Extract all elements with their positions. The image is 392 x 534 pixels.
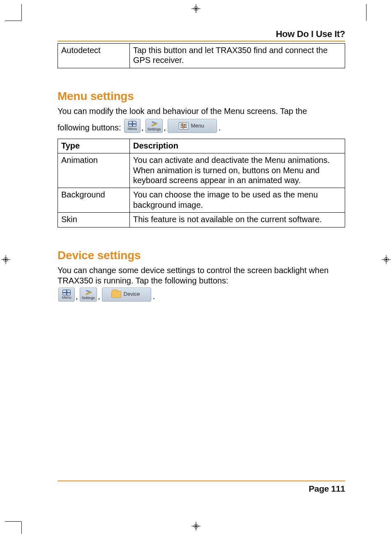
button-sequence: Menu , Settings , Menu . bbox=[123, 119, 221, 133]
device-wide-button[interactable]: Device bbox=[102, 288, 151, 302]
menu-grid-icon bbox=[62, 290, 71, 295]
device-settings-intro: You can change some device settings to c… bbox=[58, 265, 345, 286]
autodetect-table: Autodetect Tap this button and let TRAX3… bbox=[58, 43, 345, 68]
cell-desc: You can activate and deactivate the Menu… bbox=[130, 153, 345, 188]
cell-desc: Tap this button and let TRAX350 find and… bbox=[130, 44, 345, 68]
svg-point-11 bbox=[5, 259, 7, 260]
device-buttons-row: Menu , Settings , Device . bbox=[58, 288, 345, 302]
menu-button-label: Menu bbox=[128, 127, 137, 131]
device-wide-button-label: Device bbox=[124, 291, 140, 297]
running-header: How Do I Use It? bbox=[58, 29, 345, 39]
menu-settings-intro-line1: You can modify the look and behaviour of… bbox=[58, 106, 345, 116]
settings-button[interactable]: Settings bbox=[145, 119, 163, 133]
settings-button-label: Settings bbox=[82, 296, 95, 300]
crop-mark bbox=[21, 4, 22, 21]
heading-device-settings: Device settings bbox=[58, 249, 345, 262]
settings-button[interactable]: Settings bbox=[80, 288, 97, 302]
crop-mark bbox=[5, 21, 21, 21]
cell-type: Autodetect bbox=[58, 44, 130, 68]
menu-wide-button[interactable]: Menu bbox=[168, 119, 217, 133]
cell-desc: You can choose the image to be used as t… bbox=[130, 188, 345, 213]
table-row: Background You can choose the image to b… bbox=[58, 188, 345, 213]
crop-mark bbox=[21, 522, 22, 534]
svg-point-15 bbox=[385, 259, 387, 260]
cell-type: Skin bbox=[58, 213, 130, 227]
cell-type: Background bbox=[58, 188, 130, 213]
table-header-row: Type Description bbox=[58, 139, 345, 153]
settings-tools-icon bbox=[84, 289, 92, 296]
heading-menu-settings: Menu settings bbox=[58, 90, 345, 103]
page-footer: Page 111 bbox=[58, 481, 345, 494]
separator: , bbox=[164, 123, 166, 133]
svg-point-7 bbox=[195, 525, 197, 527]
registration-mark-icon bbox=[191, 4, 201, 13]
folder-icon bbox=[111, 291, 121, 298]
cell-desc: This feature is not available on the cur… bbox=[130, 213, 345, 227]
menu-settings-table: Type Description Animation You can activ… bbox=[58, 139, 345, 228]
menu-settings-intro-line2: following buttons: Menu , Settings , Men… bbox=[58, 119, 345, 133]
menu-button-label: Menu bbox=[62, 296, 71, 300]
registration-mark-icon bbox=[1, 255, 10, 264]
table-row: Autodetect Tap this button and let TRAX3… bbox=[58, 44, 345, 68]
registration-mark-icon bbox=[191, 522, 201, 531]
menu-button[interactable]: Menu bbox=[124, 119, 141, 133]
th-type: Type bbox=[58, 139, 130, 153]
terminator: . bbox=[219, 123, 221, 133]
header-rule bbox=[58, 41, 345, 42]
registration-mark-icon bbox=[382, 255, 391, 264]
cell-type: Animation bbox=[58, 153, 130, 188]
menu-grid-icon bbox=[128, 121, 136, 127]
page-content: How Do I Use It? Autodetect Tap this but… bbox=[58, 29, 345, 494]
terminator: . bbox=[153, 291, 155, 302]
separator: , bbox=[141, 123, 144, 133]
table-row: Skin This feature is not available on th… bbox=[58, 213, 345, 227]
separator: , bbox=[76, 291, 78, 302]
table-row: Animation You can activate and deactivat… bbox=[58, 153, 345, 188]
intro-prefix: following buttons: bbox=[58, 123, 123, 132]
sliders-icon bbox=[179, 122, 189, 130]
crop-mark bbox=[5, 521, 21, 522]
settings-button-label: Settings bbox=[148, 128, 161, 131]
menu-wide-button-label: Menu bbox=[191, 123, 205, 129]
settings-tools-icon bbox=[150, 121, 158, 127]
button-sequence: Menu , Settings , Device . bbox=[58, 288, 155, 302]
th-desc: Description bbox=[130, 139, 345, 153]
svg-point-3 bbox=[195, 8, 197, 9]
separator: , bbox=[98, 291, 100, 302]
crop-mark bbox=[366, 4, 367, 21]
menu-button[interactable]: Menu bbox=[58, 288, 75, 302]
page-number: Page 111 bbox=[58, 484, 345, 494]
footer-rule bbox=[58, 481, 345, 481]
